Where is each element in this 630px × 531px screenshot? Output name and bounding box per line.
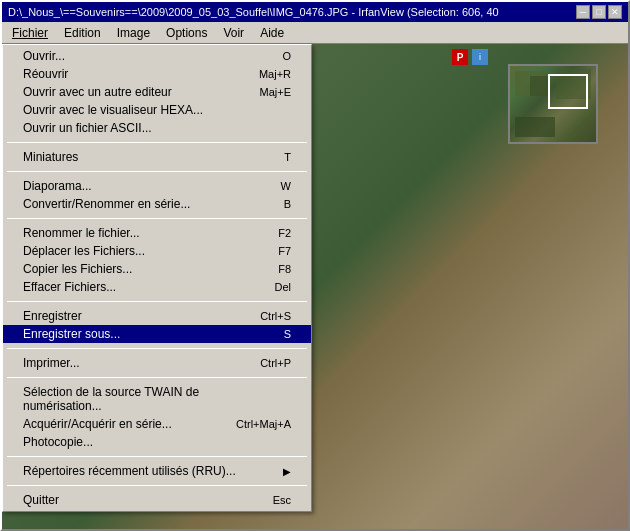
menu-renommer[interactable]: Renommer le fichier... F2 [3, 224, 311, 242]
miniatures-section: Miniatures T [3, 146, 311, 168]
thumbnail-box [508, 64, 598, 144]
menu-diaporama[interactable]: Diaporama... W [3, 177, 311, 195]
menu-quitter[interactable]: Quitter Esc [3, 491, 311, 509]
menu-acquerir[interactable]: Acquérir/Acquérir en série... Ctrl+Maj+A [3, 415, 311, 433]
close-button[interactable]: ✕ [608, 5, 622, 19]
maximize-button[interactable]: □ [592, 5, 606, 19]
title-bar-buttons: ─ □ ✕ [576, 5, 622, 19]
menu-voir[interactable]: Voir [215, 24, 252, 42]
menu-reouvrir[interactable]: Réouvrir Maj+R [3, 65, 311, 83]
menu-image[interactable]: Image [109, 24, 158, 42]
divider-1 [7, 142, 307, 143]
minimize-button[interactable]: ─ [576, 5, 590, 19]
main-area: P i [2, 44, 628, 531]
menu-aide[interactable]: Aide [252, 24, 292, 42]
divider-4 [7, 301, 307, 302]
divider-7 [7, 456, 307, 457]
print-section: Imprimer... Ctrl+P [3, 352, 311, 374]
menu-photocopie[interactable]: Photocopie... [3, 433, 311, 451]
menu-imprimer[interactable]: Imprimer... Ctrl+P [3, 354, 311, 372]
menu-ouvrir-autre-editeur[interactable]: Ouvrir avec un autre editeur Maj+E [3, 83, 311, 101]
title-text: D:\_Nous_\==Souvenirs==\2009\2009_05_03_… [8, 6, 499, 18]
divider-6 [7, 377, 307, 378]
open-section: Ouvrir... O Réouvrir Maj+R Ouvrir avec u… [3, 45, 311, 139]
menu-selection-twain[interactable]: Sélection de la source TWAIN de numérisa… [3, 383, 311, 415]
menu-copier[interactable]: Copier les Fichiers... F8 [3, 260, 311, 278]
menu-deplacer[interactable]: Déplacer les Fichiers... F7 [3, 242, 311, 260]
menu-bar: Fichier Edition Image Options Voir Aide [2, 22, 628, 44]
divider-8 [7, 485, 307, 486]
p-icon: P [452, 49, 468, 65]
title-bar: D:\_Nous_\==Souvenirs==\2009\2009_05_03_… [2, 2, 628, 22]
menu-ouvrir-ascii[interactable]: Ouvrir un fichier ASCII... [3, 119, 311, 137]
app-window: D:\_Nous_\==Souvenirs==\2009\2009_05_03_… [0, 0, 630, 531]
menu-edition[interactable]: Edition [56, 24, 109, 42]
menu-ouvrir[interactable]: Ouvrir... O [3, 47, 311, 65]
menu-convertir-renommer[interactable]: Convertir/Renommer en série... B [3, 195, 311, 213]
file-ops-section: Renommer le fichier... F2 Déplacer les F… [3, 222, 311, 298]
divider-3 [7, 218, 307, 219]
fichier-dropdown: Ouvrir... O Réouvrir Maj+R Ouvrir avec u… [2, 44, 312, 512]
menu-ouvrir-hexa[interactable]: Ouvrir avec le visualiseur HEXA... [3, 101, 311, 119]
menu-enregistrer-sous[interactable]: Enregistrer sous... S [3, 325, 311, 343]
status-icons: P i [452, 49, 488, 65]
menu-options[interactable]: Options [158, 24, 215, 42]
menu-effacer[interactable]: Effacer Fichiers... Del [3, 278, 311, 296]
save-section: Enregistrer Ctrl+S Enregistrer sous... S [3, 305, 311, 345]
scanner-section: Sélection de la source TWAIN de numérisa… [3, 381, 311, 453]
menu-repertoires-recents[interactable]: Répertoires récemment utilisés (RRU)... … [3, 462, 311, 480]
diaporama-section: Diaporama... W Convertir/Renommer en sér… [3, 175, 311, 215]
menu-enregistrer[interactable]: Enregistrer Ctrl+S [3, 307, 311, 325]
divider-5 [7, 348, 307, 349]
recent-section: Répertoires récemment utilisés (RRU)... … [3, 460, 311, 482]
menu-miniatures[interactable]: Miniatures T [3, 148, 311, 166]
quit-section: Quitter Esc [3, 489, 311, 511]
info-icon: i [472, 49, 488, 65]
menu-fichier[interactable]: Fichier [4, 24, 56, 42]
divider-2 [7, 171, 307, 172]
